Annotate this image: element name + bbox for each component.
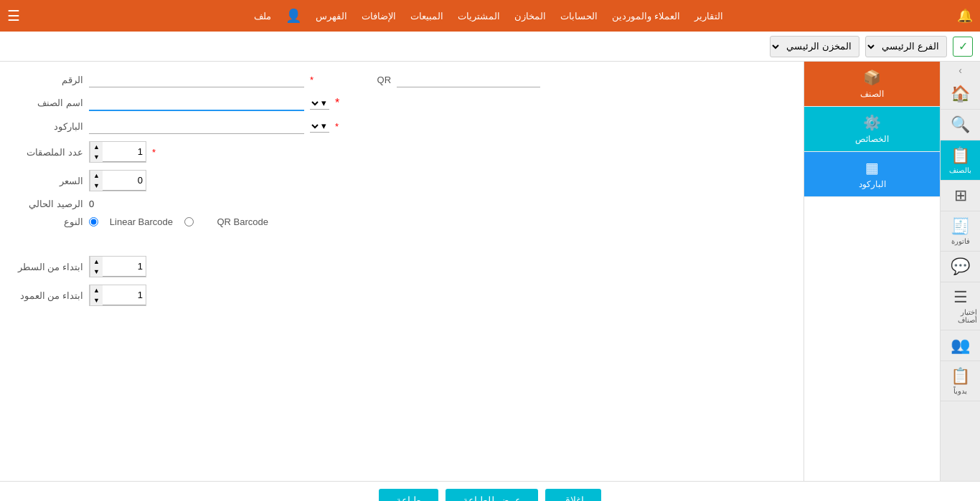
item-tab-icon: 📦 <box>863 69 881 86</box>
row-start-input[interactable] <box>103 257 146 277</box>
linear-barcode-label: Linear Barcode <box>101 216 173 227</box>
sidebar-people[interactable]: 👥 <box>941 330 980 361</box>
row-start-spinner: ▲ ▼ <box>89 256 146 277</box>
item-name-label: اسم الصنف <box>11 97 83 108</box>
nav-warehouses[interactable]: المخازن <box>514 11 546 22</box>
list-icon: 📋 <box>951 146 970 165</box>
nav-accounts[interactable]: الحسابات <box>560 11 598 22</box>
price-down[interactable]: ▼ <box>90 181 103 191</box>
bell-icon[interactable]: 🔔 <box>957 8 973 24</box>
qr-barcode-radio[interactable] <box>184 217 194 226</box>
top-navigation: 🔔 التقارير العملاء والموردين الحسابات ال… <box>0 0 980 32</box>
sidebar-invoice-label: فاتورة <box>951 237 970 245</box>
row-start-up[interactable]: ▲ <box>90 257 103 267</box>
label-count-label: عدد الملصقات <box>11 147 83 158</box>
label-count-down[interactable]: ▼ <box>90 152 103 162</box>
type-row: QR Barcode Linear Barcode النوع <box>11 216 792 227</box>
profile-icon: 👤 <box>286 8 301 24</box>
hamburger-icon[interactable]: ☰ <box>7 7 20 24</box>
col-start-spinner: ▲ ▼ <box>89 285 146 306</box>
barcode-input[interactable] <box>89 118 304 134</box>
col-start-down[interactable]: ▼ <box>90 295 103 305</box>
number-label: الرقم <box>11 75 83 85</box>
nav-index[interactable]: الفهرس <box>316 11 347 22</box>
sidebar-manual-label: يدوياً <box>953 387 967 395</box>
form-section: QR * الرقم * ▾ اسم الصنف * ▾ <box>11 72 792 306</box>
tab-item-label: الصنف <box>860 89 884 99</box>
row-start-down[interactable]: ▼ <box>90 267 103 277</box>
sidebar-invoice[interactable]: 🧾 فاتورة <box>941 211 980 252</box>
tab-item[interactable]: 📦 الصنف <box>804 62 940 107</box>
price-spinner: ▲ ▼ <box>89 170 146 191</box>
item-name-input[interactable] <box>89 95 304 111</box>
nav-customers[interactable]: العملاء والموردين <box>612 11 680 22</box>
grid-icon: ⊞ <box>954 186 967 205</box>
props-tab-icon: ⚙️ <box>863 114 881 131</box>
number-required: * <box>310 75 314 85</box>
label-count-input[interactable] <box>103 142 146 162</box>
balance-label: الرصيد الحالي <box>11 199 83 209</box>
label-count-up[interactable]: ▲ <box>90 142 103 152</box>
nav-profile[interactable]: ملف <box>254 11 271 22</box>
item-name-dropdown[interactable]: ▾ <box>310 97 329 110</box>
sub-navigation: ✓ الفرع الرئيسي المخزن الرئيسي <box>0 32 980 62</box>
sidebar-choose-items-label: اختيار أصناف <box>943 308 977 324</box>
confirm-button[interactable]: ✓ <box>953 37 973 57</box>
qr-barcode-label: QR Barcode <box>197 216 268 227</box>
label-count-spinner: ▲ ▼ <box>89 141 146 163</box>
price-up[interactable]: ▲ <box>90 171 103 181</box>
content-area: QR * الرقم * ▾ اسم الصنف * ▾ <box>0 62 804 481</box>
tab-properties-label: الخصائص <box>855 134 889 144</box>
sidebar-search[interactable]: 🔍 <box>941 110 980 140</box>
right-sidebar: › 🏠 🔍 📋 بالصنف ⊞ 🧾 فاتورة 💬 ☰ اختيار أصن… <box>940 62 980 481</box>
invoice-icon: 🧾 <box>951 217 970 236</box>
col-start-up[interactable]: ▲ <box>90 285 103 295</box>
topnav-center: التقارير العملاء والموردين الحسابات المخ… <box>254 8 723 24</box>
tab-properties[interactable]: ⚙️ الخصائص <box>804 107 940 152</box>
tab-panel: 📦 الصنف ⚙️ الخصائص ▦ الباركود <box>804 62 940 481</box>
col-start-input[interactable] <box>103 285 146 305</box>
main-wrapper: › 🏠 🔍 📋 بالصنف ⊞ 🧾 فاتورة 💬 ☰ اختيار أصن… <box>0 62 980 481</box>
balance-value: 0 <box>89 199 94 209</box>
sidebar-home[interactable]: 🏠 <box>941 79 980 110</box>
nav-additions[interactable]: الإضافات <box>362 11 396 22</box>
barcode-required: * <box>335 121 339 132</box>
expand-arrow[interactable]: › <box>958 62 962 79</box>
print-button[interactable]: طباعة <box>379 489 438 502</box>
price-input[interactable] <box>103 171 146 191</box>
barcode-tab-icon: ▦ <box>865 159 879 176</box>
nav-purchases[interactable]: المشتريات <box>458 11 500 22</box>
people-icon: 👥 <box>951 336 970 355</box>
sidebar-by-item-label: بالصنف <box>949 166 971 174</box>
topnav-left: ☰ <box>7 7 20 24</box>
sidebar-manual[interactable]: 📋 يدوياً <box>941 361 980 401</box>
qr-label: QR <box>319 75 391 85</box>
linear-barcode-group: Linear Barcode <box>89 216 173 227</box>
qr-input[interactable] <box>397 72 540 87</box>
barcode-dropdown[interactable]: ▾ <box>310 120 329 133</box>
nav-reports[interactable]: التقارير <box>694 11 723 22</box>
barcode-type-group: QR Barcode Linear Barcode <box>89 216 268 227</box>
warehouse-select[interactable]: المخزن الرئيسي <box>770 36 859 57</box>
balance-row: 0 الرصيد الحالي <box>11 199 792 209</box>
print-view-button[interactable]: عرض للطباعة <box>446 489 538 502</box>
sidebar-whatsapp[interactable]: 💬 <box>941 252 980 282</box>
sidebar-grid[interactable]: ⊞ <box>941 181 980 211</box>
home-icon: 🏠 <box>951 85 970 103</box>
close-button[interactable]: إغلاق <box>545 489 601 502</box>
linear-barcode-radio[interactable] <box>89 217 98 226</box>
branch-select[interactable]: الفرع الرئيسي <box>865 36 947 57</box>
label-count-required: * <box>152 147 156 158</box>
tab-barcode-label: الباركود <box>859 179 886 189</box>
manual-icon: 📋 <box>951 367 970 386</box>
type-label: النوع <box>11 216 83 227</box>
whatsapp-icon: 💬 <box>951 257 970 276</box>
nav-sales[interactable]: المبيعات <box>410 11 443 22</box>
tab-barcode[interactable]: ▦ الباركود <box>804 152 940 197</box>
row-start-row: ▲ ▼ ابتداء من السطر <box>11 256 792 277</box>
sidebar-choose-items[interactable]: ☰ اختيار أصناف <box>941 282 980 330</box>
sidebar-by-item[interactable]: 📋 بالصنف <box>941 140 980 181</box>
search-icon: 🔍 <box>951 115 970 134</box>
number-input[interactable] <box>89 72 304 87</box>
number-row: QR * الرقم <box>11 72 792 87</box>
